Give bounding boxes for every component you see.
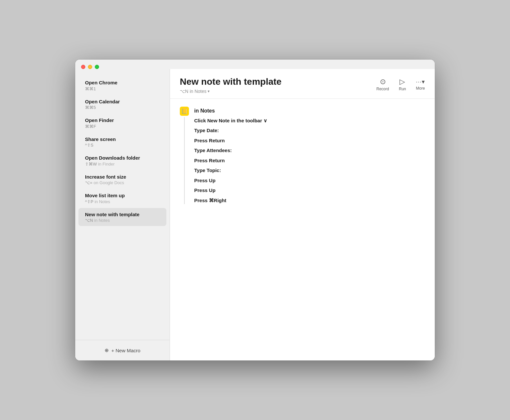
sidebar-item-7[interactable]: New note with template⌥N in Notes bbox=[78, 208, 166, 226]
new-macro-label: + New Macro bbox=[111, 348, 141, 353]
sidebar-item-name-4: Open Downloads folder bbox=[85, 155, 160, 161]
sidebar-item-2[interactable]: Open Finder⌘⌘F bbox=[78, 114, 166, 132]
sidebar-item-shortcut-3: ^⇧S bbox=[85, 143, 160, 148]
more-icon: ···▾ bbox=[416, 79, 425, 85]
content-header: New note with template ⌥N in Notes ▾ ⊙ R… bbox=[170, 69, 435, 99]
run-label: Run bbox=[399, 87, 406, 91]
sidebar-item-5[interactable]: Increase font size⌥= on Google Docs bbox=[78, 170, 166, 189]
sidebar-item-shortcut-4: ⇧⌘W in Finder bbox=[85, 162, 160, 166]
sidebar-item-name-1: Open Calendar bbox=[85, 98, 160, 105]
sidebar-item-name-6: Move list item up bbox=[85, 192, 160, 199]
record-icon: ⊙ bbox=[380, 78, 386, 85]
step-item: Type Attendees: bbox=[194, 147, 425, 154]
step-item: Press ⌘Right bbox=[194, 197, 425, 204]
macro-app: in Notes bbox=[190, 89, 206, 94]
maximize-button[interactable] bbox=[95, 65, 99, 69]
plus-circle-icon: ⊕ bbox=[105, 347, 109, 353]
step-item: Type Topic: bbox=[194, 167, 425, 174]
step-list: Click New Note in the toolbar ∨Type Date… bbox=[194, 117, 425, 204]
app-dropdown-icon[interactable]: ▾ bbox=[208, 89, 210, 94]
step-item: Press Return bbox=[194, 137, 425, 145]
sidebar-item-name-2: Open Finder bbox=[85, 117, 160, 124]
step-item: Press Up bbox=[194, 177, 425, 184]
more-label: More bbox=[416, 86, 425, 91]
sidebar-list: Open Chrome⌘⌘1Open Calendar⌘⌘5Open Finde… bbox=[75, 76, 170, 340]
app-group-notes: 📒 in Notes Click New Note in the toolbar… bbox=[180, 107, 425, 204]
sidebar: Open Chrome⌘⌘1Open Calendar⌘⌘5Open Finde… bbox=[75, 69, 170, 360]
minimize-button[interactable] bbox=[88, 65, 92, 69]
sidebar-item-name-3: Share screen bbox=[85, 136, 160, 143]
header-left: New note with template ⌥N in Notes ▾ bbox=[180, 76, 281, 94]
step-item: Click New Note in the toolbar ∨ bbox=[194, 117, 425, 125]
main-layout: Open Chrome⌘⌘1Open Calendar⌘⌘5Open Finde… bbox=[75, 69, 435, 360]
sidebar-item-shortcut-0: ⌘⌘1 bbox=[85, 86, 160, 91]
sidebar-item-name-0: Open Chrome bbox=[85, 79, 160, 86]
app-group-content: in Notes Click New Note in the toolbar ∨… bbox=[194, 107, 425, 204]
sidebar-item-0[interactable]: Open Chrome⌘⌘1 bbox=[78, 76, 166, 95]
sidebar-item-1[interactable]: Open Calendar⌘⌘5 bbox=[78, 95, 166, 114]
macro-title: New note with template bbox=[180, 76, 281, 87]
run-button[interactable]: ▷ Run bbox=[399, 78, 406, 91]
sidebar-item-3[interactable]: Share screen^⇧S bbox=[78, 133, 166, 151]
content-area: New note with template ⌥N in Notes ▾ ⊙ R… bbox=[170, 69, 435, 360]
sidebar-item-shortcut-1: ⌘⌘5 bbox=[85, 105, 160, 110]
sidebar-item-6[interactable]: Move list item up^⇧P in Notes bbox=[78, 189, 166, 207]
step-item: Type Date: bbox=[194, 127, 425, 134]
sidebar-item-shortcut-6: ^⇧P in Notes bbox=[85, 199, 160, 204]
sidebar-item-name-7: New note with template bbox=[85, 211, 160, 218]
traffic-lights bbox=[81, 65, 99, 69]
step-item: Press Up bbox=[194, 187, 425, 194]
record-button[interactable]: ⊙ Record bbox=[376, 78, 389, 91]
app-connector bbox=[184, 117, 185, 204]
sidebar-item-4[interactable]: Open Downloads folder⇧⌘W in Finder bbox=[78, 151, 166, 170]
sidebar-footer: ⊕ + New Macro bbox=[75, 340, 170, 360]
app-icon-col: 📒 bbox=[180, 107, 189, 204]
steps-area: 📒 in Notes Click New Note in the toolbar… bbox=[170, 99, 435, 360]
record-label: Record bbox=[376, 87, 389, 91]
sidebar-item-shortcut-2: ⌘⌘F bbox=[85, 124, 160, 129]
more-button[interactable]: ···▾ More bbox=[416, 79, 425, 91]
step-item: Press Return bbox=[194, 157, 425, 165]
new-macro-button[interactable]: ⊕ + New Macro bbox=[100, 345, 145, 355]
run-icon: ▷ bbox=[400, 78, 405, 85]
sidebar-item-name-5: Increase font size bbox=[85, 174, 160, 180]
macro-subtitle: ⌥N in Notes ▾ bbox=[180, 89, 281, 94]
app-group-label: in Notes bbox=[194, 108, 425, 114]
header-actions: ⊙ Record ▷ Run ···▾ More bbox=[376, 76, 425, 91]
app-window: Open Chrome⌘⌘1Open Calendar⌘⌘5Open Finde… bbox=[75, 60, 435, 360]
sidebar-item-shortcut-5: ⌥= on Google Docs bbox=[85, 180, 160, 185]
close-button[interactable] bbox=[81, 65, 85, 69]
notes-app-icon: 📒 bbox=[180, 107, 189, 116]
sidebar-item-shortcut-7: ⌥N in Notes bbox=[85, 218, 160, 223]
macro-shortcut: ⌥N bbox=[180, 89, 188, 94]
titlebar bbox=[75, 60, 435, 69]
